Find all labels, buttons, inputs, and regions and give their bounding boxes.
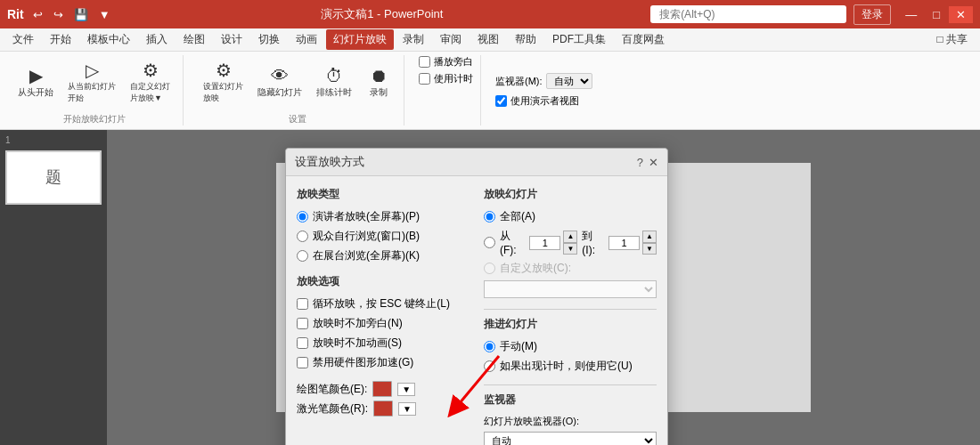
- menu-file[interactable]: 文件: [5, 29, 41, 50]
- laser-color-dropdown[interactable]: ▼: [398, 402, 416, 416]
- radio-all-input[interactable]: [484, 211, 495, 222]
- menu-bar: 文件 开始 模板中心 插入 绘图 设计 切换 动画 幻灯片放映 录制 审阅 视图…: [0, 28, 980, 52]
- radio-audience-input[interactable]: [297, 231, 308, 242]
- login-btn[interactable]: 登录: [853, 4, 891, 25]
- start-from-beginning-btn[interactable]: ▶ 从头开始: [12, 63, 59, 102]
- check-no-narration[interactable]: 放映时不加旁白(N): [297, 316, 470, 331]
- radio-audience[interactable]: 观众自行浏览(窗口)(B): [297, 229, 470, 244]
- search-input[interactable]: [650, 5, 846, 23]
- undo-btn[interactable]: ↩: [29, 6, 46, 23]
- timing-checkbox[interactable]: [419, 73, 430, 85]
- monitor-dialog-select[interactable]: 自动: [484, 432, 657, 445]
- ribbon-group-monitor: 监视器(M): 自动 使用演示者视图: [488, 55, 600, 125]
- laser-color-swatch[interactable]: [373, 400, 393, 417]
- radio-from-input[interactable]: [484, 237, 495, 248]
- no-animation-checkbox[interactable]: [297, 337, 308, 349]
- record-btn[interactable]: ⏺ 录制: [361, 63, 396, 102]
- menu-pdf[interactable]: PDF工具集: [545, 29, 613, 50]
- menu-animation[interactable]: 动画: [289, 29, 324, 50]
- check-presenter-view[interactable]: 使用演示者视图: [495, 94, 592, 108]
- radio-kiosk-input[interactable]: [297, 250, 308, 262]
- radio-custom-input: [484, 263, 495, 274]
- laser-color-label: 激光笔颜色(R):: [297, 401, 368, 417]
- radio-timing[interactable]: 如果出现计时，则使用它(U): [484, 359, 657, 374]
- menu-baidu[interactable]: 百度网盘: [615, 29, 672, 50]
- start-from-current-btn[interactable]: ▷ 从当前幻灯片开始: [62, 58, 121, 108]
- menu-template[interactable]: 模板中心: [80, 29, 137, 50]
- slide-thumbnail[interactable]: 题: [5, 150, 102, 205]
- pen-color-dropdown[interactable]: ▼: [397, 383, 415, 396]
- radio-from[interactable]: 从(F): ▲ ▼ 到(I):: [484, 229, 657, 256]
- ribbon-group-start: ▶ 从头开始 ▷ 从当前幻灯片开始 ⚙ 自定义幻灯片放映▼ 开始放映幻灯片: [5, 55, 184, 125]
- from-up-btn[interactable]: ▲: [563, 231, 577, 242]
- check-loop[interactable]: 循环放映，按 ESC 键终止(L): [297, 296, 470, 312]
- rehearse-icon: ⏱: [325, 67, 343, 85]
- monitor-label: 监视器(M):: [495, 75, 543, 88]
- laser-color-row: 激光笔颜色(R): ▼: [297, 400, 470, 417]
- radio-custom-label: 自定义放映(C):: [500, 261, 571, 276]
- hide-slide-btn[interactable]: 👁 隐藏幻灯片: [252, 63, 307, 102]
- save-btn[interactable]: 💾: [70, 6, 92, 23]
- setup-slideshow-btn[interactable]: ⚙ 设置幻灯片放映: [198, 58, 249, 108]
- radio-custom[interactable]: 自定义放映(C):: [484, 261, 657, 276]
- maximize-btn[interactable]: □: [926, 6, 947, 23]
- check-no-hw-accel[interactable]: 禁用硬件图形加速(G): [297, 355, 470, 370]
- radio-presenter-input[interactable]: [297, 211, 308, 222]
- no-animation-label: 放映时不加动画(S): [313, 336, 402, 351]
- dropdown-btn[interactable]: ▼: [95, 6, 114, 23]
- menu-insert[interactable]: 插入: [139, 29, 175, 50]
- close-btn[interactable]: ✕: [949, 6, 973, 23]
- no-narration-checkbox[interactable]: [297, 318, 308, 329]
- presenter-view-label: 使用演示者视图: [510, 94, 579, 108]
- menu-review[interactable]: 审阅: [433, 29, 469, 50]
- radio-presenter[interactable]: 演讲者放映(全屏幕)(P): [297, 209, 470, 224]
- menu-draw[interactable]: 绘图: [176, 29, 212, 50]
- rehearse-timing-btn[interactable]: ⏱ 排练计时: [311, 63, 357, 102]
- from-spinner: ▲ ▼: [563, 231, 577, 254]
- menu-help[interactable]: 帮助: [508, 29, 543, 50]
- menu-transition[interactable]: 切换: [251, 29, 287, 50]
- check-timing[interactable]: 使用计时: [419, 72, 473, 85]
- to-input[interactable]: [608, 236, 640, 250]
- to-spinner: ▲ ▼: [642, 231, 657, 254]
- canvas-area: 题 设置放映方式 ? ✕ 放映类型: [107, 130, 980, 445]
- custom-slideshow-btn[interactable]: ⚙ 自定义幻灯片放映▼: [125, 58, 176, 108]
- to-up-btn[interactable]: ▲: [642, 231, 657, 242]
- dialog-help-btn[interactable]: ?: [637, 156, 643, 169]
- loop-checkbox[interactable]: [297, 298, 308, 310]
- no-hw-accel-checkbox[interactable]: [297, 357, 308, 368]
- dialog-controls: ? ✕: [637, 156, 658, 169]
- minimize-btn[interactable]: —: [898, 6, 924, 23]
- menu-record[interactable]: 录制: [396, 29, 431, 50]
- pen-color-swatch[interactable]: [372, 381, 392, 397]
- share-btn[interactable]: □ 共享: [929, 29, 975, 50]
- group-label-settings: 设置: [289, 113, 306, 125]
- menu-view[interactable]: 视图: [470, 29, 506, 50]
- monitor-select[interactable]: 自动: [546, 73, 592, 89]
- radio-kiosk[interactable]: 在展台浏览(全屏幕)(K): [297, 248, 470, 263]
- slide-thumb-title: 题: [45, 166, 61, 188]
- dialog-close-btn[interactable]: ✕: [649, 156, 658, 169]
- from-input[interactable]: [529, 236, 560, 250]
- dialog-overlay: 设置放映方式 ? ✕ 放映类型: [107, 130, 980, 445]
- to-label: 到(I):: [582, 229, 604, 256]
- from-input-group: ▲ ▼: [529, 231, 577, 254]
- check-no-animation[interactable]: 放映时不加动画(S): [297, 336, 470, 351]
- menu-start[interactable]: 开始: [43, 29, 78, 50]
- menu-slideshow[interactable]: 幻灯片放映: [326, 29, 394, 50]
- radio-manual[interactable]: 手动(M): [484, 339, 657, 354]
- menu-design[interactable]: 设计: [214, 29, 249, 50]
- to-down-btn[interactable]: ▼: [642, 243, 657, 255]
- radio-timing-input[interactable]: [484, 360, 495, 372]
- check-narration[interactable]: 播放旁白: [419, 55, 473, 69]
- presenter-view-checkbox[interactable]: [495, 95, 507, 107]
- radio-manual-input[interactable]: [484, 341, 495, 352]
- ribbon-group-settings-buttons: ⚙ 设置幻灯片放映 👁 隐藏幻灯片 ⏱ 排练计时 ⏺ 录制: [198, 55, 396, 109]
- narration-checkbox[interactable]: [419, 56, 430, 68]
- monitor-section-title: 监视器: [484, 392, 657, 408]
- from-down-btn[interactable]: ▼: [563, 243, 577, 255]
- slide-panel: 1 题: [0, 130, 107, 445]
- redo-btn[interactable]: ↪: [50, 6, 67, 23]
- radio-all[interactable]: 全部(A): [484, 209, 657, 224]
- loop-label: 循环放映，按 ESC 键终止(L): [313, 296, 450, 312]
